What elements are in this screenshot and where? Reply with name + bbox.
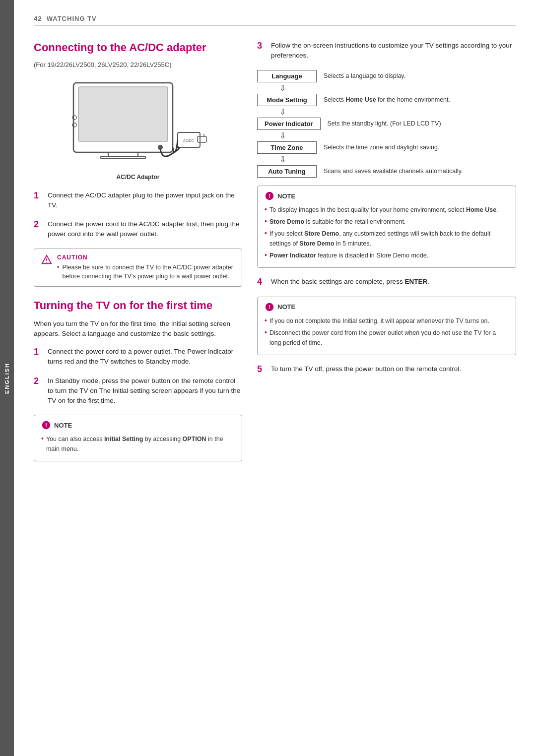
step3-num: 3 (257, 41, 266, 52)
step1-num: 1 (34, 190, 43, 201)
note3-bullet-1: • If you do not complete the Initial set… (265, 316, 509, 326)
step5-num: 5 (257, 364, 266, 375)
note-box-2: ! NOTE • To display images in the best q… (257, 186, 516, 268)
section1-title: Connecting to the AC/DC adapter (34, 41, 242, 55)
setting-desc-language: Selects a language to display. (324, 70, 405, 81)
caution-title: CAUTION (57, 254, 235, 261)
note2-bullet-1: • To display images in the best quality … (265, 205, 509, 215)
page-header: 42 WATCHING TV (34, 15, 516, 26)
note-box-1: ! NOTE • You can also access Initial Set… (34, 415, 242, 461)
step3: 3 Follow the on-screen instructions to c… (257, 41, 516, 61)
section-title-header: WATCHING TV (47, 15, 97, 22)
step1-text: Connect the AC/DC adapter plug to the po… (48, 190, 242, 211)
note2-title: NOTE (277, 192, 295, 200)
svg-rect-3 (101, 156, 145, 159)
note-box-3: ! NOTE • If you do not complete the Init… (257, 297, 516, 355)
note3-body: • If you do not complete the Initial set… (265, 316, 509, 348)
tv-label: AC/DC Adaptor (34, 174, 242, 181)
s2-step2-text: In Standby mode, press the power button … (48, 376, 242, 406)
note2-bullet-3: • If you select Store Demo, any customiz… (265, 229, 509, 249)
setting-desc-autotuning: Scans and saves available channels autom… (324, 165, 463, 176)
setting-row-mode: Mode Setting Selects Home Use for the ho… (257, 94, 516, 106)
svg-text:!: ! (268, 193, 270, 199)
note2-bullet-4: • Power Indicator feature is disabled in… (265, 251, 509, 260)
note-header-2: ! NOTE (265, 191, 509, 201)
setting-desc-mode: Selects Home Use for the home environmen… (324, 94, 450, 105)
svg-text:AC/DC: AC/DC (183, 139, 194, 142)
setting-box-language: Language (257, 70, 317, 82)
right-column: 3 Follow the on-screen instructions to c… (257, 41, 516, 470)
setting-row-timezone: Time Zone Selects the time zone and dayl… (257, 141, 516, 154)
svg-point-14 (46, 261, 47, 262)
note1-bullet-1: • You can also access Initial Setting by… (41, 434, 235, 454)
svg-rect-1 (78, 87, 168, 141)
note2-body: • To display images in the best quality … (265, 205, 509, 260)
section2-title: Turning the TV on for the first time (34, 299, 242, 313)
step4: 4 When the basic settings are complete, … (257, 277, 516, 288)
step-2: 2 Connect the power cord to the AC/DC ad… (34, 219, 242, 240)
arrow-mode: ⇩ (257, 107, 516, 117)
step2-text: Connect the power cord to the AC/DC adap… (48, 219, 242, 240)
svg-text:!: ! (268, 304, 270, 310)
page-number: 42 (34, 15, 42, 22)
setting-box-autotuning: Auto Tuning (257, 165, 317, 178)
note-header-3: ! NOTE (265, 302, 509, 312)
note-icon-2: ! (265, 191, 274, 201)
arrow-power: ⇩ (257, 131, 516, 140)
left-column: Connecting to the AC/DC adapter (For 19/… (34, 41, 242, 470)
tv-illustration: AC/DC (64, 75, 212, 170)
note3-title: NOTE (277, 303, 295, 311)
note-icon-3: ! (265, 302, 274, 312)
setting-row-autotuning: Auto Tuning Scans and saves available ch… (257, 165, 516, 178)
s2-step2-num: 2 (34, 376, 43, 387)
settings-flow: Language Selects a language to display. … (257, 70, 516, 178)
step4-num: 4 (257, 277, 266, 288)
caution-text: Please be sure to connect the TV to the … (57, 263, 235, 282)
step5-text: To turn the TV off, press the power butt… (271, 364, 461, 374)
note1-body: • You can also access Initial Setting by… (41, 434, 235, 454)
section2-step-2: 2 In Standby mode, press the power butto… (34, 376, 242, 406)
step5: 5 To turn the TV off, press the power bu… (257, 364, 516, 375)
s2-step1-num: 1 (34, 347, 43, 358)
setting-row-power: Power Indicator Sets the standby light. … (257, 118, 516, 130)
note2-bullet-2: • Store Demo is suitable for the retail … (265, 217, 509, 227)
setting-box-timezone: Time Zone (257, 141, 317, 154)
section2-step-1: 1 Connect the power cord to a power outl… (34, 347, 242, 367)
setting-row-language: Language Selects a language to display. (257, 70, 516, 82)
note1-title: NOTE (54, 422, 72, 429)
setting-box-power: Power Indicator (257, 118, 321, 130)
sidebar-label: ENGLISH (4, 363, 10, 394)
setting-desc-power: Sets the standby light. (For LED LCD TV) (328, 118, 441, 128)
arrow-language: ⇩ (257, 83, 516, 93)
step2-num: 2 (34, 219, 43, 230)
setting-box-mode: Mode Setting (257, 94, 317, 106)
note-icon-1: ! (41, 420, 51, 430)
sidebar: ENGLISH (0, 0, 14, 756)
svg-rect-6 (198, 136, 206, 142)
note3-bullet-2: • Disconnect the power cord from the pow… (265, 328, 509, 348)
step3-text: Follow the on-screen instructions to cus… (271, 41, 516, 61)
section1-subtitle: (For 19/22/26LV2500, 26LV2520, 22/26LV25… (34, 61, 242, 68)
svg-text:!: ! (45, 422, 47, 428)
s2-step1-text: Connect the power cord to a power outlet… (48, 347, 242, 367)
setting-desc-timezone: Selects the time zone and daylight savin… (324, 141, 439, 152)
caution-box: CAUTION Please be sure to connect the TV… (34, 249, 242, 287)
step-1: 1 Connect the AC/DC adapter plug to the … (34, 190, 242, 211)
caution-bullet: Please be sure to connect the TV to the … (57, 263, 235, 282)
caution-icon (41, 254, 52, 265)
note-header-1: ! NOTE (41, 420, 235, 430)
step4-text: When the basic settings are complete, pr… (271, 277, 429, 287)
section2-intro: When you turn the TV on for the first ti… (34, 319, 242, 339)
arrow-timezone: ⇩ (257, 155, 516, 164)
